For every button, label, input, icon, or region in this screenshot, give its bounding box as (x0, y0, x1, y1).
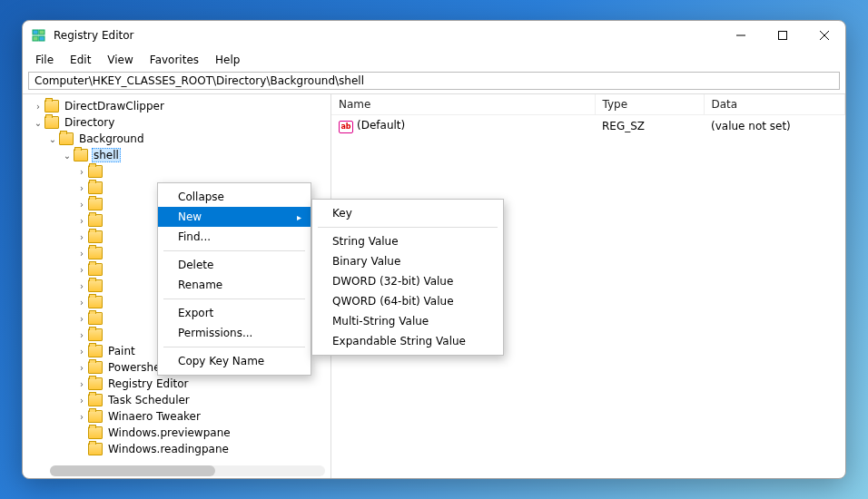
svg-rect-1 (39, 30, 44, 34)
column-type[interactable]: Type (595, 94, 704, 115)
separator (318, 227, 498, 228)
chevron-right-icon[interactable]: › (75, 361, 88, 374)
folder-icon (88, 443, 103, 455)
scrollbar-horizontal[interactable] (50, 465, 325, 476)
address-bar[interactable]: Computer\HKEY_CLASSES_ROOT\Directory\Bac… (28, 72, 840, 90)
chevron-right-icon[interactable]: › (75, 312, 88, 325)
sub-expand[interactable]: Expandable String Value (312, 331, 503, 351)
tree-item[interactable]: ›Windows.readingpane (75, 441, 330, 457)
chevron-right-icon[interactable]: › (75, 247, 88, 259)
ctx-copy-key-name[interactable]: Copy Key Name (158, 351, 311, 371)
separator (163, 347, 305, 347)
ctx-permissions[interactable]: Permissions... (158, 323, 311, 343)
chevron-down-icon[interactable]: ⌄ (32, 116, 44, 129)
folder-icon (59, 132, 74, 145)
sub-binary[interactable]: Binary Value (312, 251, 503, 271)
new-submenu: Key String Value Binary Value DWORD (32-… (311, 199, 504, 356)
folder-icon (88, 312, 103, 325)
folder-icon (88, 230, 103, 243)
value-row[interactable]: ab(Default) REG_SZ (value not set) (331, 115, 845, 138)
tree-item-background[interactable]: ⌄Background (46, 131, 330, 147)
titlebar[interactable]: Registry Editor (23, 21, 845, 50)
ctx-find[interactable]: Find... (158, 227, 311, 247)
tree-item-shell[interactable]: ⌄shell (61, 147, 330, 163)
folder-icon (88, 296, 103, 308)
folder-icon (88, 410, 103, 423)
folder-icon (88, 361, 103, 374)
ctx-delete[interactable]: Delete (158, 255, 311, 275)
menubar: File Edit View Favorites Help (23, 50, 845, 70)
maximize-button[interactable] (762, 21, 804, 50)
column-data[interactable]: Data (704, 94, 845, 115)
regedit-icon (32, 28, 46, 43)
tree-item[interactable]: ›Winaero Tweaker (75, 408, 330, 425)
tree-item[interactable]: ›Task Scheduler (75, 392, 330, 408)
sub-dword[interactable]: DWORD (32-bit) Value (312, 271, 503, 291)
chevron-right-icon[interactable]: › (75, 394, 88, 406)
column-name[interactable]: Name (331, 94, 595, 115)
folder-icon (88, 165, 103, 178)
window-title: Registry Editor (54, 29, 133, 42)
folder-icon (44, 116, 59, 129)
ctx-rename[interactable]: Rename (158, 275, 311, 295)
svg-rect-3 (39, 36, 44, 41)
svg-rect-2 (33, 36, 38, 41)
folder-icon (88, 377, 103, 390)
menu-file[interactable]: File (28, 52, 61, 68)
menu-edit[interactable]: Edit (63, 52, 98, 68)
chevron-right-icon[interactable]: › (75, 296, 88, 308)
tree-item[interactable]: ›Registry Editor (75, 376, 330, 392)
ctx-new[interactable]: New (158, 207, 311, 227)
folder-icon (88, 394, 103, 406)
chevron-right-icon[interactable]: › (75, 279, 88, 292)
folder-icon (88, 279, 103, 292)
close-button[interactable] (804, 21, 845, 50)
folder-icon (88, 426, 103, 439)
folder-icon (74, 149, 88, 161)
menu-favorites[interactable]: Favorites (143, 52, 206, 68)
sub-key[interactable]: Key (312, 203, 503, 223)
chevron-right-icon[interactable]: › (75, 410, 88, 423)
chevron-right-icon[interactable]: › (75, 165, 88, 178)
tree-item[interactable]: › (75, 163, 330, 180)
folder-icon (88, 181, 103, 194)
ctx-collapse[interactable]: Collapse (158, 187, 311, 207)
chevron-down-icon[interactable]: ⌄ (46, 132, 59, 145)
menu-view[interactable]: View (100, 52, 140, 68)
registry-editor-window: Registry Editor File Edit View Favorites… (22, 20, 846, 479)
folder-icon (44, 100, 59, 113)
folder-icon (88, 247, 103, 259)
chevron-right-icon[interactable]: › (75, 328, 88, 341)
tree-item[interactable]: ›Windows.previewpane (75, 425, 330, 441)
folder-icon (88, 214, 103, 227)
address-text: Computer\HKEY_CLASSES_ROOT\Directory\Bac… (35, 74, 364, 87)
sub-string[interactable]: String Value (312, 231, 503, 251)
scrollbar-thumb[interactable] (50, 465, 215, 476)
tree-item[interactable]: ›DirectDrawClipper (32, 98, 330, 114)
ctx-export[interactable]: Export (158, 303, 311, 323)
menu-help[interactable]: Help (208, 52, 247, 68)
chevron-down-icon[interactable]: ⌄ (61, 149, 74, 161)
chevron-right-icon[interactable]: › (75, 181, 88, 194)
separator (163, 298, 305, 299)
separator (163, 250, 305, 251)
chevron-right-icon[interactable]: › (75, 230, 88, 243)
tree-item-directory[interactable]: ⌄Directory (32, 114, 330, 131)
chevron-right-icon[interactable]: › (75, 214, 88, 227)
chevron-right-icon[interactable]: › (75, 345, 88, 357)
sub-qword[interactable]: QWORD (64-bit) Value (312, 291, 503, 311)
svg-rect-5 (779, 32, 787, 40)
folder-icon (88, 345, 103, 357)
folder-icon (88, 328, 103, 341)
sub-multi[interactable]: Multi-String Value (312, 311, 503, 331)
chevron-right-icon[interactable]: › (75, 198, 88, 210)
folder-icon (88, 263, 103, 276)
context-menu: Collapse New Find... Delete Rename Expor… (157, 182, 311, 376)
minimize-button[interactable] (720, 21, 762, 50)
chevron-right-icon[interactable]: › (75, 377, 88, 390)
chevron-right-icon[interactable]: › (75, 263, 88, 276)
svg-rect-0 (33, 30, 38, 34)
chevron-right-icon[interactable]: › (32, 100, 44, 113)
folder-icon (88, 198, 103, 210)
string-value-icon: ab (339, 121, 353, 133)
